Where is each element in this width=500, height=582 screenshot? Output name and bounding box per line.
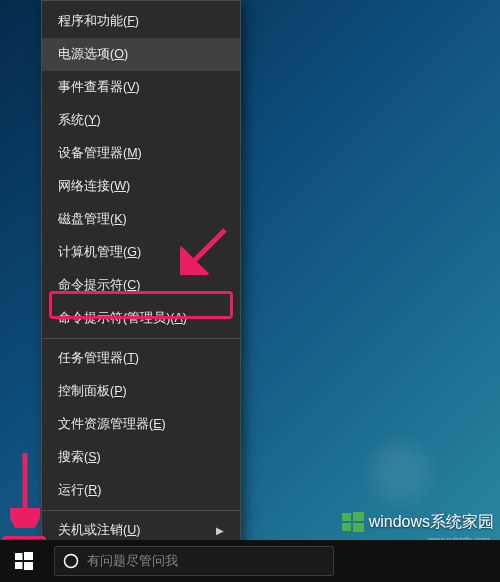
start-button[interactable] [0, 540, 48, 582]
menu-item-label: 网络连接(W) [58, 178, 130, 195]
menu-separator [42, 338, 240, 339]
menu-item-3[interactable]: 系统(Y) [42, 104, 240, 137]
winx-context-menu: 程序和功能(F)电源选项(O)事件查看器(V)系统(Y)设备管理器(M)网络连接… [41, 0, 241, 582]
svg-rect-4 [342, 513, 351, 521]
menu-item-label: 设备管理器(M) [58, 145, 142, 162]
svg-rect-7 [353, 523, 364, 532]
svg-point-12 [65, 555, 78, 568]
menu-item-14[interactable]: 搜索(S) [42, 441, 240, 474]
menu-item-2[interactable]: 事件查看器(V) [42, 71, 240, 104]
search-placeholder-text: 有问题尽管问我 [87, 553, 178, 570]
chevron-right-icon: ▶ [216, 525, 224, 536]
menu-item-4[interactable]: 设备管理器(M) [42, 137, 240, 170]
menu-item-label: 文件资源管理器(E) [58, 416, 166, 433]
menu-item-15[interactable]: 运行(R) [42, 474, 240, 507]
windows-start-icon [15, 552, 33, 570]
menu-item-label: 任务管理器(T) [58, 350, 139, 367]
menu-item-8[interactable]: 命令提示符(C) [42, 269, 240, 302]
cortana-circle-icon [63, 553, 79, 569]
menu-item-label: 电源选项(O) [58, 46, 128, 63]
menu-item-13[interactable]: 文件资源管理器(E) [42, 408, 240, 441]
menu-separator [42, 510, 240, 511]
menu-item-label: 控制面板(P) [58, 383, 127, 400]
menu-item-label: 计算机管理(G) [58, 244, 141, 261]
menu-item-label: 程序和功能(F) [58, 13, 139, 30]
menu-item-label: 磁盘管理(K) [58, 211, 127, 228]
svg-rect-9 [24, 552, 33, 560]
svg-rect-11 [24, 562, 33, 570]
menu-item-5[interactable]: 网络连接(W) [42, 170, 240, 203]
menu-item-label: 命令提示符(管理员)(A) [58, 310, 187, 327]
svg-rect-8 [15, 553, 23, 560]
cortana-search-box[interactable]: 有问题尽管问我 [54, 546, 334, 576]
menu-item-11[interactable]: 任务管理器(T) [42, 342, 240, 375]
menu-item-0[interactable]: 程序和功能(F) [42, 5, 240, 38]
menu-item-label: 系统(Y) [58, 112, 101, 129]
menu-item-label: 关机或注销(U) [58, 522, 140, 539]
menu-item-12[interactable]: 控制面板(P) [42, 375, 240, 408]
menu-item-label: 事件查看器(V) [58, 79, 140, 96]
menu-item-label: 运行(R) [58, 482, 101, 499]
watermark: windows系统家园 [341, 510, 494, 534]
menu-item-9[interactable]: 命令提示符(管理员)(A) [42, 302, 240, 335]
windows-logo-icon [341, 510, 365, 534]
svg-rect-6 [342, 523, 351, 531]
svg-rect-5 [353, 512, 364, 521]
watermark-text: windows系统家园 [369, 512, 494, 533]
menu-item-6[interactable]: 磁盘管理(K) [42, 203, 240, 236]
menu-item-label: 命令提示符(C) [58, 277, 140, 294]
svg-rect-10 [15, 562, 23, 569]
taskbar: 有问题尽管问我 [0, 540, 500, 582]
menu-item-1[interactable]: 电源选项(O) [42, 38, 240, 71]
menu-item-7[interactable]: 计算机管理(G) [42, 236, 240, 269]
menu-item-label: 搜索(S) [58, 449, 101, 466]
